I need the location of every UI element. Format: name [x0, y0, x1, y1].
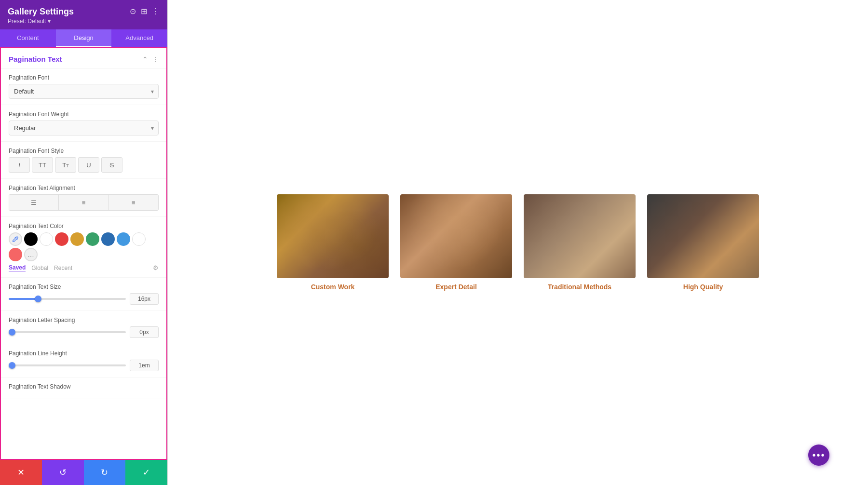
letter-spacing-input[interactable] [130, 326, 159, 338]
tab-advanced[interactable]: Advanced [111, 29, 167, 47]
reset-button[interactable]: ↺ [42, 460, 84, 485]
panel-header: Gallery Settings Preset: Default ▾ ⊙ ⊞ ⋮ [0, 0, 167, 29]
gallery-thumb-high-quality[interactable] [647, 194, 759, 278]
pagination-text-color-label: Pagination Text Color [9, 223, 159, 229]
letter-spacing-slider-thumb[interactable] [9, 329, 15, 336]
section-title: Pagination Text [9, 55, 62, 63]
gallery-thumb-traditional-methods[interactable] [524, 194, 636, 278]
gallery-caption-traditional-methods: Traditional Methods [548, 283, 611, 291]
gallery-caption-high-quality: High Quality [683, 283, 723, 291]
swatch-black[interactable] [24, 232, 38, 246]
color-tab-saved[interactable]: Saved [9, 264, 26, 271]
text-size-slider-thumb[interactable] [35, 296, 41, 302]
gallery-image-traditional-methods [524, 194, 636, 278]
swatch-yellow[interactable] [70, 232, 84, 246]
tab-content[interactable]: Content [0, 29, 56, 47]
pagination-font-style-setting: Pagination Font Style I TT Tt U S [1, 142, 166, 179]
gallery-thumb-expert-detail[interactable] [400, 194, 512, 278]
settings-icon[interactable]: ⊙ [130, 7, 136, 16]
italic-button[interactable]: I [9, 157, 30, 173]
pagination-font-setting: Pagination Font Default ▾ [1, 68, 166, 105]
pagination-text-size-label: Pagination Text Size [9, 283, 159, 290]
columns-icon[interactable]: ⊞ [141, 7, 147, 16]
pagination-font-weight-select[interactable]: Regular [9, 121, 159, 135]
gallery-item-custom-work: Custom Work [277, 194, 389, 291]
gallery-grid: Custom Work Expert Detail Traditional Me… [277, 194, 759, 291]
bottom-toolbar: ✕ ↺ ↻ ✓ [0, 460, 167, 485]
section-controls: ⌃ ⋮ [142, 55, 159, 63]
color-tab-global[interactable]: Global [31, 265, 48, 271]
section-more-icon[interactable]: ⋮ [152, 55, 159, 63]
header-icons: ⊙ ⊞ ⋮ [130, 7, 160, 16]
gallery-image-expert-detail [400, 194, 512, 278]
cancel-button[interactable]: ✕ [0, 460, 42, 485]
underline-button[interactable]: U [78, 157, 99, 173]
pagination-text-size-setting: Pagination Text Size [1, 278, 166, 311]
section-header: Pagination Text ⌃ ⋮ [1, 48, 166, 68]
pagination-font-select[interactable]: Default [9, 84, 159, 99]
swatch-dark-blue[interactable] [101, 232, 115, 246]
line-height-slider-thumb[interactable] [9, 362, 15, 369]
pagination-text-color-setting: Pagination Text Color [1, 217, 166, 278]
gallery-image-custom-work [277, 194, 389, 278]
collapse-icon[interactable]: ⌃ [142, 55, 148, 63]
tab-design[interactable]: Design [56, 29, 112, 47]
swatch-white[interactable] [40, 232, 53, 246]
line-height-slider-row [9, 360, 159, 371]
settings-panel: Gallery Settings Preset: Default ▾ ⊙ ⊞ ⋮… [0, 0, 168, 485]
eyedropper-button[interactable] [9, 232, 22, 246]
swatch-white2[interactable] [132, 232, 146, 246]
text-size-slider-row [9, 293, 159, 305]
strikethrough-button[interactable]: S [101, 157, 122, 173]
letter-spacing-slider-track[interactable] [9, 331, 126, 333]
smallcaps-button[interactable]: Tt [55, 157, 76, 173]
pagination-text-shadow-label: Pagination Text Shadow [9, 383, 159, 390]
panel-title: Gallery Settings [8, 7, 74, 17]
redo-button[interactable]: ↻ [84, 460, 126, 485]
pagination-letter-spacing-label: Pagination Letter Spacing [9, 317, 159, 323]
pagination-font-label: Pagination Font [9, 74, 159, 81]
pagination-font-weight-setting: Pagination Font Weight Regular ▾ [1, 105, 166, 142]
pagination-text-alignment-setting: Pagination Text Alignment ☰ ≡ ≡ [1, 179, 166, 217]
align-center-button[interactable]: ≡ [59, 195, 108, 210]
font-style-buttons: I TT Tt U S [9, 157, 159, 173]
color-swatches-row: … [9, 232, 159, 261]
gallery-item-traditional-methods: Traditional Methods [524, 194, 636, 291]
tab-bar: Content Design Advanced [0, 29, 167, 47]
uppercase-button[interactable]: TT [32, 157, 53, 173]
panel-header-info: Gallery Settings Preset: Default ▾ [8, 7, 74, 25]
gallery-thumb-custom-work[interactable] [277, 194, 389, 278]
align-right-button[interactable]: ≡ [109, 195, 158, 210]
pagination-text-shadow-setting: Pagination Text Shadow [1, 377, 166, 399]
gallery-caption-custom-work: Custom Work [311, 283, 355, 291]
line-height-slider-track[interactable] [9, 364, 126, 366]
pagination-font-weight-select-wrapper: Regular ▾ [9, 121, 159, 135]
pagination-font-style-label: Pagination Font Style [9, 148, 159, 154]
swatch-light-blue[interactable] [117, 232, 130, 246]
swatch-red[interactable] [55, 232, 68, 246]
color-picker: … Saved Global Recent ⚙ [9, 232, 159, 271]
pagination-text-alignment-label: Pagination Text Alignment [9, 185, 159, 191]
gallery-item-expert-detail: Expert Detail [400, 194, 512, 291]
swatch-green[interactable] [86, 232, 99, 246]
pagination-font-weight-label: Pagination Font Weight [9, 111, 159, 118]
color-tab-recent[interactable]: Recent [54, 265, 72, 271]
text-size-input[interactable] [130, 293, 159, 305]
more-colors-button[interactable]: … [24, 248, 38, 261]
color-tabs-row: Saved Global Recent ⚙ [9, 264, 159, 271]
panel-preset[interactable]: Preset: Default ▾ [8, 18, 74, 25]
pagination-line-height-setting: Pagination Line Height [1, 344, 166, 377]
letter-spacing-slider-row [9, 326, 159, 338]
save-button[interactable]: ✓ [125, 460, 167, 485]
color-settings-icon[interactable]: ⚙ [153, 264, 159, 271]
align-left-button[interactable]: ☰ [9, 195, 59, 210]
more-icon[interactable]: ⋮ [152, 7, 160, 16]
line-height-input[interactable] [130, 360, 159, 371]
pagination-font-select-wrapper: Default ▾ [9, 84, 159, 99]
swatch-pink-red[interactable] [9, 248, 22, 261]
main-content: Custom Work Expert Detail Traditional Me… [168, 0, 868, 485]
text-size-slider-track[interactable] [9, 298, 126, 300]
gallery-item-high-quality: High Quality [647, 194, 759, 291]
fab-button[interactable]: ••• [808, 445, 829, 466]
gallery-image-high-quality [647, 194, 759, 278]
